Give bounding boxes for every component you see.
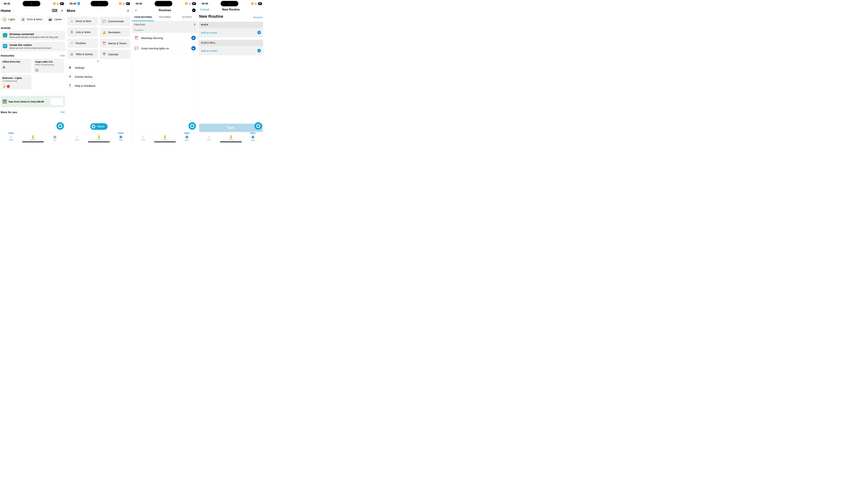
tab-home[interactable]: ⌂Home xyxy=(0,133,22,143)
tab-home[interactable]: ⌂Home xyxy=(198,133,220,143)
play-button[interactable]: ▶ xyxy=(191,36,196,40)
activity-title: Activity xyxy=(0,26,66,31)
battery-level: 97 xyxy=(126,2,130,5)
edit-link[interactable]: Edit xyxy=(60,54,65,57)
fav-card-radio[interactable]: virgin radio U.K. News Broadcasting 🏢 ♪ xyxy=(33,59,64,73)
skills-icon: ◎ xyxy=(70,53,73,56)
location-icon: ➤ xyxy=(77,2,80,5)
routine-icon: ⏱ xyxy=(3,44,7,48)
fav-card-bedroom[interactable]: Bedroom - Lights 2 unresponsive 💡! ⋮ xyxy=(1,75,31,89)
alexa-will-label: ALEXA WILL xyxy=(199,40,263,46)
battery-level: 97 xyxy=(258,2,262,5)
tile-music[interactable]: ♫Music & More xyxy=(67,17,98,26)
routine-row[interactable]: 💬 Good morning lights on ▶ xyxy=(132,43,198,54)
tab-devices[interactable]: 💡Devices xyxy=(88,133,110,143)
favourites-title: Favourites xyxy=(1,54,14,57)
alexa-ring-icon xyxy=(58,124,62,128)
keyboard-icon[interactable]: ⌨ xyxy=(52,8,58,13)
promo-banner[interactable]: New Echo Show 8 | Only £99.99 xyxy=(1,96,65,107)
lightbulb-icon: 💡 xyxy=(97,135,101,139)
row-settings[interactable]: ⚙Settings xyxy=(66,63,132,72)
filter-sort-row[interactable]: Filter/Sort ⇅ xyxy=(132,21,198,28)
signal-icon: 📶 xyxy=(251,2,254,5)
play-button[interactable]: ▶ xyxy=(191,46,196,51)
tab-featured[interactable]: FEATURED xyxy=(154,14,176,21)
tab-devices[interactable]: 💡Devices xyxy=(22,133,44,143)
dynamic-island xyxy=(155,1,172,6)
tab-devices[interactable]: 💡Devices xyxy=(154,133,176,143)
camera-icon: 📷 xyxy=(48,17,53,22)
tab-bar: ⌂Home 💡Devices ▦More xyxy=(198,133,264,143)
tile-routines[interactable]: ✓Routines xyxy=(67,38,98,48)
tab-your-routines[interactable]: YOUR ROUTINES xyxy=(132,14,154,21)
tile-calendar[interactable]: 📅Calendar xyxy=(100,50,130,59)
tile-lists[interactable]: ☰Lists & Notes xyxy=(67,28,98,37)
tab-home[interactable]: ⌂Home xyxy=(132,133,154,143)
home-icon: ⌂ xyxy=(10,135,12,139)
chip-lights[interactable]: 💡Lights xyxy=(1,15,18,23)
alexa-fab[interactable] xyxy=(188,122,196,130)
activity-card[interactable]: ⌂ Driveway connected Alexa automatically… xyxy=(1,31,65,40)
screen-new-routine: 09:45 📶📡97 Cancel New Routine New Routin… xyxy=(198,0,264,143)
tile-alarms[interactable]: ⏰Alarms & Timers xyxy=(100,39,130,48)
tab-more[interactable]: ▦More xyxy=(110,133,132,143)
history-icon: ↺ xyxy=(68,75,72,78)
row-help[interactable]: ❓Help & Feedback xyxy=(66,81,132,90)
save-button[interactable]: Save xyxy=(199,124,263,132)
tile-communicate[interactable]: 💬Communicate xyxy=(100,17,130,26)
home-indicator xyxy=(88,141,110,142)
reminder-icon: 🔔 xyxy=(102,31,106,34)
rename-link[interactable]: Rename xyxy=(253,16,263,19)
status-bar: 09:45➤ 📶📡97 xyxy=(66,0,132,7)
add-icon[interactable]: ＋ xyxy=(60,8,64,13)
home-icon: ⌂ xyxy=(76,135,78,139)
speech-icon: 💬 xyxy=(102,20,106,23)
alarm-icon: ⏰ xyxy=(134,36,138,40)
product-image xyxy=(50,98,63,105)
chip-camera[interactable]: 📷Camer xyxy=(46,15,65,23)
status-bar: 09:45 📶📡97 xyxy=(132,0,198,7)
grid-plus-icon: ▦ xyxy=(185,135,188,139)
add-routine-button[interactable]: ＋ xyxy=(192,8,196,12)
tab-more[interactable]: ▦More xyxy=(176,133,198,143)
fav-card-echo[interactable]: Office Echo Dot 🔈 xyxy=(1,59,31,73)
status-bar: 09:45 📶📡97 xyxy=(198,0,264,7)
signal-icon: 📶 xyxy=(119,2,122,5)
add-icon[interactable]: ＋ xyxy=(126,8,130,13)
back-button[interactable]: ‹ xyxy=(134,8,137,13)
add-action-row[interactable]: Add an action ＋ xyxy=(199,46,263,55)
alexa-fab[interactable] xyxy=(56,122,64,130)
screen-home: 09:46 📶 📡 97 Home ⌨ ＋ 💡Lights 🔊Echo & Al… xyxy=(0,0,66,143)
page-title: Routines xyxy=(159,9,171,12)
alexa-fab[interactable] xyxy=(254,122,262,130)
tab-activity[interactable]: ACTIVITY xyxy=(176,14,198,21)
pager xyxy=(66,59,132,63)
activity-card[interactable]: ⏱ Create this routine Alexa can turn on … xyxy=(1,42,65,51)
add-event-row[interactable]: Add an event ＋ xyxy=(199,28,263,37)
home-indicator xyxy=(220,141,242,142)
disabled-header: Disabled xyxy=(132,28,198,33)
home-indicator xyxy=(154,141,176,142)
tile-skills[interactable]: ◎Skills & Games xyxy=(67,50,98,59)
grid-plus-icon: ▦ xyxy=(251,135,254,139)
screen-more: 09:45➤ 📶📡97 More ＋ ♫Music & More ☰Lists … xyxy=(66,0,132,143)
row-activity-history[interactable]: ↺Activity History xyxy=(66,72,132,81)
alexa-ring-icon xyxy=(190,124,194,128)
alexa-pill[interactable]: Alexa xyxy=(90,123,107,130)
tab-bar: ⌂Home 💡Devices ▦More xyxy=(66,133,132,143)
home-icon: ⌂ xyxy=(142,135,144,139)
tab-bar: ⌂Home 💡Devices ▦More xyxy=(0,133,66,143)
see-link[interactable]: See xyxy=(60,110,65,114)
cancel-button[interactable]: Cancel xyxy=(200,8,209,11)
tab-more[interactable]: ▦More xyxy=(242,133,264,143)
more-dots-icon[interactable]: ⋮ xyxy=(28,85,30,88)
lightbulb-icon: 💡 xyxy=(229,135,233,139)
tab-home[interactable]: ⌂Home xyxy=(66,133,88,143)
tab-more[interactable]: ▦More xyxy=(44,133,66,143)
box-icon xyxy=(3,99,7,104)
routine-row[interactable]: ⏰ Weekday Morning ▶ xyxy=(132,33,198,43)
chip-echo[interactable]: 🔊Echo & Alexa xyxy=(19,15,45,23)
plus-icon: ＋ xyxy=(257,31,261,34)
tab-devices[interactable]: 💡Devices xyxy=(220,133,242,143)
tile-reminders[interactable]: 🔔Reminders xyxy=(100,28,130,37)
